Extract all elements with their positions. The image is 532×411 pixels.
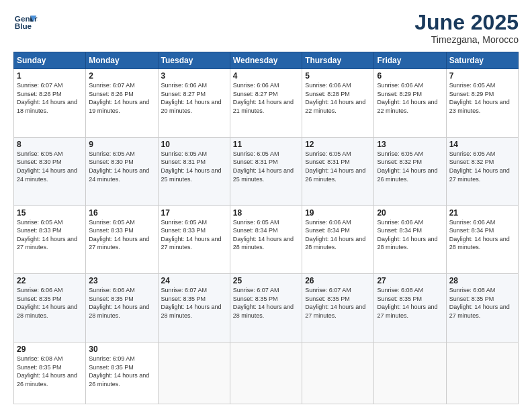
calendar-cell: 30Sunrise: 6:09 AMSunset: 8:35 PMDayligh…	[86, 342, 158, 404]
day-number: 9	[89, 140, 154, 149]
day-number: 1	[17, 71, 83, 81]
calendar-cell: 20Sunrise: 6:06 AMSunset: 8:34 PMDayligh…	[374, 205, 446, 274]
day-number: 16	[89, 208, 154, 218]
day-info: Sunrise: 6:05 AMSunset: 8:32 PMDaylight:…	[377, 150, 443, 183]
calendar-cell	[374, 342, 446, 404]
calendar-cell	[446, 342, 518, 404]
calendar-cell: 24Sunrise: 6:07 AMSunset: 8:35 PMDayligh…	[158, 274, 230, 342]
day-number: 7	[449, 71, 515, 81]
day-info: Sunrise: 6:06 AMSunset: 8:35 PMDaylight:…	[17, 286, 83, 320]
calendar-cell: 12Sunrise: 6:05 AMSunset: 8:31 PMDayligh…	[302, 137, 374, 205]
day-info: Sunrise: 6:05 AMSunset: 8:31 PMDaylight:…	[233, 150, 299, 183]
calendar-cell: 13Sunrise: 6:05 AMSunset: 8:32 PMDayligh…	[374, 137, 446, 205]
day-info: Sunrise: 6:07 AMSunset: 8:26 PMDaylight:…	[17, 81, 83, 115]
day-header-monday: Monday	[86, 52, 158, 69]
day-info: Sunrise: 6:05 AMSunset: 8:32 PMDaylight:…	[449, 150, 515, 183]
main-title: June 2025	[414, 11, 519, 34]
day-info: Sunrise: 6:05 AMSunset: 8:31 PMDaylight:…	[161, 150, 227, 183]
day-info: Sunrise: 6:05 AMSunset: 8:33 PMDaylight:…	[89, 218, 154, 252]
day-header-tuesday: Tuesday	[158, 52, 230, 69]
calendar-cell: 9Sunrise: 6:05 AMSunset: 8:30 PMDaylight…	[86, 137, 158, 205]
day-number: 12	[305, 140, 371, 149]
day-info: Sunrise: 6:06 AMSunset: 8:35 PMDaylight:…	[89, 286, 154, 320]
calendar-cell: 7Sunrise: 6:05 AMSunset: 8:29 PMDaylight…	[446, 69, 518, 138]
calendar-cell	[302, 342, 374, 404]
calendar-cell: 18Sunrise: 6:05 AMSunset: 8:34 PMDayligh…	[230, 205, 302, 274]
calendar-cell: 11Sunrise: 6:05 AMSunset: 8:31 PMDayligh…	[230, 137, 302, 205]
day-info: Sunrise: 6:08 AMSunset: 8:35 PMDaylight:…	[17, 355, 83, 388]
day-number: 25	[233, 276, 299, 285]
calendar-cell	[230, 342, 302, 404]
calendar-cell: 29Sunrise: 6:08 AMSunset: 8:35 PMDayligh…	[14, 342, 86, 404]
logo: General Blue	[13, 11, 38, 35]
calendar-week-5: 29Sunrise: 6:08 AMSunset: 8:35 PMDayligh…	[14, 342, 519, 404]
day-info: Sunrise: 6:06 AMSunset: 8:29 PMDaylight:…	[377, 81, 443, 115]
day-number: 24	[161, 276, 227, 285]
day-info: Sunrise: 6:07 AMSunset: 8:26 PMDaylight:…	[89, 81, 154, 115]
calendar-cell: 22Sunrise: 6:06 AMSunset: 8:35 PMDayligh…	[14, 274, 86, 342]
day-number: 15	[17, 208, 83, 218]
calendar-cell: 19Sunrise: 6:06 AMSunset: 8:34 PMDayligh…	[302, 205, 374, 274]
calendar-cell: 1Sunrise: 6:07 AMSunset: 8:26 PMDaylight…	[14, 69, 86, 138]
day-info: Sunrise: 6:05 AMSunset: 8:33 PMDaylight:…	[161, 218, 227, 252]
day-info: Sunrise: 6:09 AMSunset: 8:35 PMDaylight:…	[89, 355, 154, 388]
day-header-sunday: Sunday	[14, 52, 86, 69]
day-info: Sunrise: 6:07 AMSunset: 8:35 PMDaylight:…	[233, 286, 299, 320]
calendar-cell: 10Sunrise: 6:05 AMSunset: 8:31 PMDayligh…	[158, 137, 230, 205]
logo-icon: General Blue	[13, 11, 38, 35]
day-number: 27	[377, 276, 443, 285]
day-number: 5	[305, 71, 371, 81]
calendar-week-2: 8Sunrise: 6:05 AMSunset: 8:30 PMDaylight…	[14, 137, 519, 205]
day-number: 29	[17, 345, 83, 354]
day-number: 21	[449, 208, 515, 218]
day-info: Sunrise: 6:08 AMSunset: 8:35 PMDaylight:…	[449, 286, 515, 320]
svg-text:Blue: Blue	[15, 21, 32, 30]
day-info: Sunrise: 6:05 AMSunset: 8:29 PMDaylight:…	[449, 81, 515, 115]
day-number: 19	[305, 208, 371, 218]
day-info: Sunrise: 6:05 AMSunset: 8:33 PMDaylight:…	[17, 218, 83, 252]
day-number: 2	[89, 71, 154, 81]
day-info: Sunrise: 6:06 AMSunset: 8:27 PMDaylight:…	[233, 81, 299, 115]
calendar-week-4: 22Sunrise: 6:06 AMSunset: 8:35 PMDayligh…	[14, 274, 519, 342]
calendar-cell: 28Sunrise: 6:08 AMSunset: 8:35 PMDayligh…	[446, 274, 518, 342]
day-info: Sunrise: 6:06 AMSunset: 8:27 PMDaylight:…	[161, 81, 227, 115]
day-info: Sunrise: 6:08 AMSunset: 8:35 PMDaylight:…	[377, 286, 443, 320]
calendar-cell: 2Sunrise: 6:07 AMSunset: 8:26 PMDaylight…	[86, 69, 158, 138]
day-number: 26	[305, 276, 371, 285]
day-header-thursday: Thursday	[302, 52, 374, 69]
calendar-cell: 3Sunrise: 6:06 AMSunset: 8:27 PMDaylight…	[158, 69, 230, 138]
calendar-table: SundayMondayTuesdayWednesdayThursdayFrid…	[13, 52, 519, 404]
day-info: Sunrise: 6:06 AMSunset: 8:28 PMDaylight:…	[305, 81, 371, 115]
day-number: 23	[89, 276, 154, 285]
calendar-cell: 23Sunrise: 6:06 AMSunset: 8:35 PMDayligh…	[86, 274, 158, 342]
day-number: 30	[89, 345, 154, 354]
day-header-wednesday: Wednesday	[230, 52, 302, 69]
calendar-cell: 21Sunrise: 6:06 AMSunset: 8:34 PMDayligh…	[446, 205, 518, 274]
day-info: Sunrise: 6:05 AMSunset: 8:30 PMDaylight:…	[89, 150, 154, 183]
day-number: 28	[449, 276, 515, 285]
calendar-cell: 8Sunrise: 6:05 AMSunset: 8:30 PMDaylight…	[14, 137, 86, 205]
day-number: 18	[233, 208, 299, 218]
calendar-cell: 26Sunrise: 6:07 AMSunset: 8:35 PMDayligh…	[302, 274, 374, 342]
calendar-cell: 15Sunrise: 6:05 AMSunset: 8:33 PMDayligh…	[14, 205, 86, 274]
calendar-header-row: SundayMondayTuesdayWednesdayThursdayFrid…	[14, 52, 519, 69]
day-number: 4	[233, 71, 299, 81]
header: General Blue June 2025 Timezgana, Morocc…	[13, 11, 519, 45]
day-number: 10	[161, 140, 227, 149]
subtitle: Timezgana, Morocco	[414, 34, 519, 45]
day-number: 8	[17, 140, 83, 149]
calendar-cell: 4Sunrise: 6:06 AMSunset: 8:27 PMDaylight…	[230, 69, 302, 138]
day-info: Sunrise: 6:06 AMSunset: 8:34 PMDaylight:…	[377, 218, 443, 252]
calendar-cell: 17Sunrise: 6:05 AMSunset: 8:33 PMDayligh…	[158, 205, 230, 274]
calendar-week-3: 15Sunrise: 6:05 AMSunset: 8:33 PMDayligh…	[14, 205, 519, 274]
day-number: 17	[161, 208, 227, 218]
day-header-friday: Friday	[374, 52, 446, 69]
calendar-cell: 14Sunrise: 6:05 AMSunset: 8:32 PMDayligh…	[446, 137, 518, 205]
day-number: 3	[161, 71, 227, 81]
calendar-cell	[158, 342, 230, 404]
day-number: 20	[377, 208, 443, 218]
day-info: Sunrise: 6:06 AMSunset: 8:34 PMDaylight:…	[449, 218, 515, 252]
day-number: 22	[17, 276, 83, 285]
day-number: 14	[449, 140, 515, 149]
calendar-cell: 25Sunrise: 6:07 AMSunset: 8:35 PMDayligh…	[230, 274, 302, 342]
